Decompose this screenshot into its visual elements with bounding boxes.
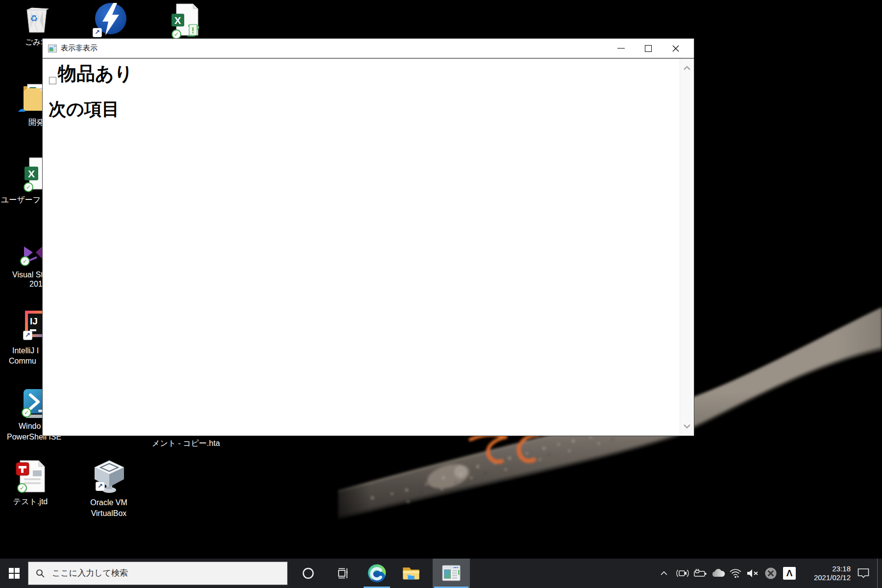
items-heading: 物品あり xyxy=(58,63,133,84)
taskbar-clock[interactable]: 23:18 2021/02/12 xyxy=(802,564,851,582)
atok-ime-icon: Λ xyxy=(783,567,796,580)
icon-label: Oracle VM xyxy=(74,498,143,507)
shortcut-arrow-icon: ↗ xyxy=(96,482,105,491)
svg-text:X: X xyxy=(174,15,181,26)
sync-check-icon: ✓ xyxy=(22,408,31,417)
notification-icon xyxy=(857,567,870,579)
chevron-up-icon xyxy=(660,571,668,576)
windows-logo-icon xyxy=(9,568,20,579)
shortcut-arrow-icon: ↗ xyxy=(93,28,102,37)
window-content: 物品あり 次の項目 xyxy=(43,59,694,436)
clock-time: 23:18 xyxy=(802,564,851,573)
hta-app-button[interactable] xyxy=(433,559,470,588)
speaker-muted-icon xyxy=(746,568,760,578)
onedrive-status[interactable] xyxy=(710,559,725,588)
sync-check-icon: ✓ xyxy=(17,483,27,493)
file-explorer-icon xyxy=(401,564,421,583)
sync-check-icon: ✓ xyxy=(20,256,30,266)
search-input[interactable] xyxy=(51,568,269,579)
items-checkbox[interactable] xyxy=(49,77,56,84)
virtualbox-cube-icon: ↗ xyxy=(92,460,126,495)
maximize-button[interactable] xyxy=(635,39,662,58)
desktop-icon-virtualbox-shortcut[interactable]: ↗ Oracle VM VirtualBox xyxy=(74,460,143,518)
svg-text:IJ: IJ xyxy=(30,316,38,326)
show-desktop-button[interactable] xyxy=(877,559,882,588)
wifi-status[interactable] xyxy=(728,559,743,588)
icon-label: VirtualBox xyxy=(74,509,143,518)
close-icon xyxy=(672,45,680,52)
task-view-button[interactable] xyxy=(328,559,357,588)
close-button[interactable] xyxy=(662,39,689,58)
svg-text:X: X xyxy=(28,168,35,179)
desktop-icon-excel-macro-file[interactable]: X ! ✓ xyxy=(150,3,219,38)
gray-circle-x-icon xyxy=(764,567,777,580)
system-tray: Λ 23:18 2021/02/12 xyxy=(657,559,882,588)
desktop-icon-test-jtd[interactable]: ✓ テスト.jtd xyxy=(0,460,65,506)
vertical-scrollbar[interactable] xyxy=(680,59,694,436)
edge-button[interactable] xyxy=(362,559,392,588)
svg-text:♻: ♻ xyxy=(30,14,38,24)
battery-charging-icon xyxy=(693,568,707,578)
cortana-button[interactable] xyxy=(294,559,323,588)
camera-icon xyxy=(676,567,689,579)
recycle-bin-icon: ♻ xyxy=(21,3,52,34)
battery-status[interactable] xyxy=(693,559,708,588)
next-item-heading: 次の項目 xyxy=(49,99,120,120)
taskbar-search[interactable] xyxy=(28,562,288,585)
desktop-icon-lhaplus-shortcut[interactable]: ↗ xyxy=(76,2,145,37)
maximize-icon xyxy=(645,45,652,52)
edge-icon xyxy=(367,563,387,584)
file-explorer-button[interactable] xyxy=(396,559,426,588)
scroll-down-icon[interactable] xyxy=(683,424,691,429)
meet-now-button[interactable] xyxy=(675,559,690,588)
scroll-up-icon[interactable] xyxy=(683,66,691,71)
onedrive-cloud-badge-icon: ☁ xyxy=(18,104,25,114)
window-title: 表示非表示 xyxy=(61,44,98,53)
search-icon xyxy=(35,568,45,578)
sync-check-icon: ✓ xyxy=(24,182,33,192)
action-center-button[interactable] xyxy=(853,559,874,588)
volume-status[interactable] xyxy=(746,559,760,588)
minimize-button[interactable] xyxy=(607,39,635,58)
icon-label: テスト.jtd xyxy=(0,497,65,506)
clock-date: 2021/02/12 xyxy=(802,573,851,582)
jtd-document-icon: ✓ xyxy=(14,460,47,494)
ime-indicator[interactable]: Λ xyxy=(782,559,797,588)
app-status-badge[interactable] xyxy=(763,559,778,588)
wifi-icon xyxy=(729,568,742,578)
lightning-app-icon: ↗ xyxy=(94,2,128,37)
hta-window-icon xyxy=(48,45,57,52)
cortana-icon xyxy=(302,567,315,580)
excel-macro-file-icon: X ! ✓ xyxy=(168,3,202,38)
start-button[interactable] xyxy=(0,559,28,588)
hta-app-icon xyxy=(442,565,461,582)
shortcut-arrow-icon: ↗ xyxy=(23,331,32,340)
taskbar: Λ 23:18 2021/02/12 xyxy=(0,559,882,588)
svg-text:!: ! xyxy=(192,26,194,35)
hta-window: 表示非表示 物品あり 次の項目 xyxy=(42,38,694,436)
minimize-icon xyxy=(617,48,625,49)
tray-expand-button[interactable] xyxy=(657,559,671,588)
task-view-icon xyxy=(337,567,348,579)
hta-copy-file-label[interactable]: メント - コピー.hta xyxy=(152,439,220,448)
sync-check-icon: ✓ xyxy=(172,29,181,39)
window-titlebar[interactable]: 表示非表示 xyxy=(43,39,694,59)
onedrive-cloud-icon xyxy=(710,568,725,578)
